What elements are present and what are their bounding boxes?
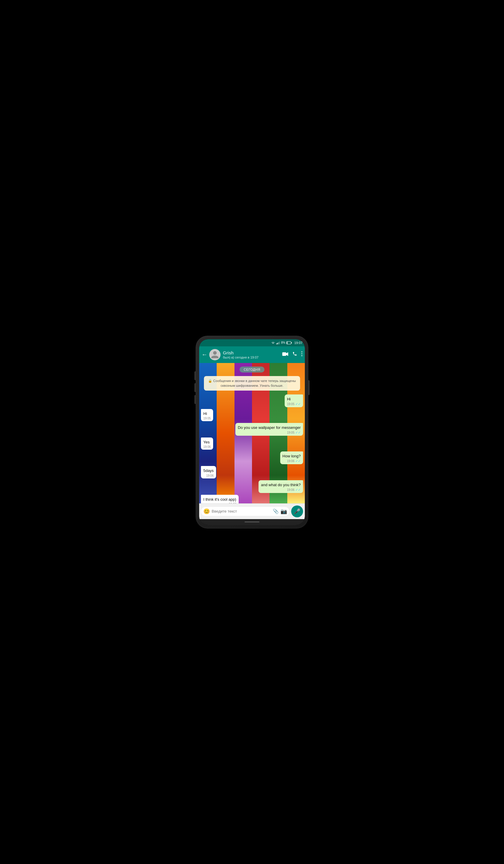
message-time: 19:05 — [287, 431, 295, 434]
message-time: 19:06 — [287, 459, 295, 463]
mic-button[interactable]: 🎤 — [291, 505, 303, 517]
contact-avatar[interactable] — [209, 349, 220, 360]
check-marks: ✓✓ — [295, 402, 301, 406]
attach-button[interactable]: 📎 — [273, 508, 279, 514]
message-meta: 19:05 — [203, 417, 211, 420]
system-message: 🔒 Сообщения и звонки в данном чате тепер… — [204, 376, 300, 391]
phone-device: 8% 19:07 ← — [196, 336, 308, 529]
message-time: 19:07 — [229, 503, 236, 503]
message-text: Hi — [203, 411, 207, 416]
svg-rect-6 — [287, 341, 288, 344]
bottom-navigation-bar — [199, 519, 305, 525]
header-actions — [282, 351, 302, 358]
back-button[interactable]: ← — [202, 351, 207, 358]
phone-screen: 8% 19:07 ← — [199, 339, 305, 525]
message-row: I think it's cool app) 19:07 — [201, 495, 303, 503]
contact-name: Grish — [223, 350, 282, 356]
message-time: 19:05 — [287, 403, 295, 406]
wifi-icon — [271, 341, 275, 344]
video-call-button[interactable] — [282, 351, 288, 358]
volume-down-button — [194, 383, 196, 392]
status-icons: 8% 19:07 — [271, 341, 302, 345]
svg-rect-0 — [276, 344, 277, 344]
check-marks: ✓✓ — [295, 488, 301, 492]
message-meta: 19:06 — [203, 474, 214, 477]
date-badge: СЕГОДНЯ — [240, 367, 264, 372]
svg-rect-5 — [291, 342, 292, 344]
message-bubble: How long? 19:06 ✓✓ — [280, 452, 303, 464]
check-marks: ✓✓ — [295, 431, 301, 434]
text-input[interactable] — [212, 509, 271, 514]
message-text: Do you use wallpaper for messenger — [238, 425, 301, 430]
svg-point-8 — [301, 351, 302, 352]
contact-status: был(-а) сегодня в 19:07 — [223, 356, 282, 359]
emoji-button[interactable]: 😊 — [203, 508, 210, 515]
input-container: 😊 📎 📷 — [201, 507, 289, 516]
svg-point-10 — [301, 355, 302, 356]
message-row: Yes 19:06 — [201, 437, 303, 450]
message-text: I think it's cool app) — [203, 497, 236, 502]
status-bar: 8% 19:07 — [199, 339, 305, 346]
message-row: 5days 19:06 — [201, 466, 303, 478]
message-row: Hi 19:05 ✓✓ — [201, 394, 303, 407]
message-meta: 19:06 ✓✓ — [261, 488, 301, 492]
message-row: How long? 19:06 ✓✓ — [201, 452, 303, 464]
message-meta: 19:05 ✓✓ — [238, 431, 301, 434]
message-bubble: 5days 19:06 — [201, 466, 216, 478]
home-indicator — [244, 521, 260, 523]
contact-info[interactable]: Grish был(-а) сегодня в 19:07 — [223, 350, 282, 359]
message-bubble: Yes 19:06 — [201, 437, 213, 450]
message-bubble: and what do you think? 19:06 ✓✓ — [259, 480, 303, 493]
message-time: 19:06 — [203, 445, 211, 448]
message-text: Yes — [203, 440, 209, 444]
messages-container: СЕГОДНЯ 🔒 Сообщения и звонки в данном ча… — [199, 363, 305, 503]
svg-rect-7 — [282, 352, 286, 356]
battery-icon — [286, 341, 292, 344]
power-button — [308, 380, 310, 395]
message-text: Hi — [287, 397, 291, 401]
battery-percent: 8% — [281, 341, 285, 344]
message-time: 19:06 — [206, 474, 214, 477]
more-options-button[interactable] — [301, 351, 302, 358]
chat-area[interactable]: СЕГОДНЯ 🔒 Сообщения и звонки в данном ча… — [199, 363, 305, 503]
volume-up-button — [194, 371, 196, 380]
signal-icon — [276, 341, 280, 344]
message-meta: 19:06 ✓✓ — [283, 459, 301, 463]
message-row: and what do you think? 19:06 ✓✓ — [201, 480, 303, 493]
message-row: Hi 19:05 — [201, 409, 303, 421]
svg-rect-1 — [277, 343, 278, 344]
camera-button — [194, 395, 196, 404]
message-bubble: Hi 19:05 — [201, 409, 213, 421]
message-meta: 19:05 ✓✓ — [287, 402, 301, 406]
app-header: ← Grish был(-а) сегодня в 19:07 — [199, 346, 305, 363]
message-time: 19:06 — [287, 488, 295, 492]
message-row: Do you use wallpaper for messenger 19:05… — [201, 423, 303, 436]
message-meta: 19:06 — [203, 445, 211, 448]
input-bar: 😊 📎 📷 🎤 — [199, 503, 305, 519]
message-text: and what do you think? — [261, 483, 301, 487]
status-time: 19:07 — [294, 341, 302, 345]
message-bubble: I think it's cool app) 19:07 — [201, 495, 239, 503]
check-marks: ✓✓ — [295, 459, 301, 463]
message-text: 5days — [203, 468, 214, 473]
message-meta: 19:07 — [203, 503, 236, 503]
message-bubble: Do you use wallpaper for messenger 19:05… — [236, 423, 303, 436]
svg-rect-2 — [278, 342, 279, 344]
svg-point-9 — [301, 353, 302, 354]
svg-rect-3 — [279, 341, 280, 344]
message-bubble: Hi 19:05 ✓✓ — [285, 394, 303, 407]
avatar-icon — [211, 350, 219, 359]
phone-call-button[interactable] — [292, 351, 297, 358]
message-time: 19:05 — [203, 417, 211, 420]
message-text: How long? — [283, 454, 301, 458]
camera-button[interactable]: 📷 — [280, 508, 287, 515]
app-screen: 8% 19:07 ← — [199, 339, 305, 525]
